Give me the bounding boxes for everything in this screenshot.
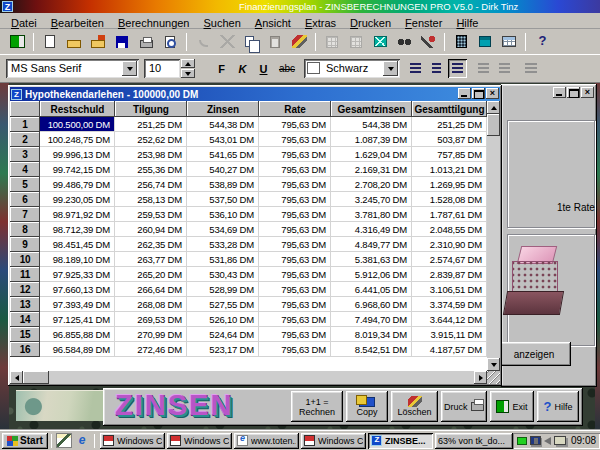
undo-icon[interactable] bbox=[192, 32, 214, 52]
find-icon[interactable] bbox=[393, 32, 415, 52]
cell-restschuld[interactable]: 97.125,41 DM bbox=[40, 312, 115, 327]
cell-tilgung[interactable]: 262,35 DM bbox=[115, 237, 187, 252]
column-header[interactable]: Rate bbox=[259, 101, 331, 117]
cell-rate[interactable]: 795,63 DM bbox=[259, 222, 331, 237]
cell-tilgung[interactable]: 265,20 DM bbox=[115, 267, 187, 282]
cell-zinsen[interactable]: 543,01 DM bbox=[187, 132, 259, 147]
cell-gesamtzinsen[interactable]: 1.087,39 DM bbox=[331, 132, 412, 147]
cell-gesamttilgung[interactable]: 3.374,59 DM bbox=[412, 297, 487, 312]
spin-up-button[interactable] bbox=[181, 59, 195, 68]
cell-gesamtzinsen[interactable]: 2.169,31 DM bbox=[331, 162, 412, 177]
cell-gesamttilgung[interactable]: 251,25 DM bbox=[412, 117, 487, 132]
cell-zinsen[interactable]: 534,69 DM bbox=[187, 222, 259, 237]
cell-rate[interactable]: 795,63 DM bbox=[259, 237, 331, 252]
scroll-left-button[interactable] bbox=[10, 371, 23, 384]
calc-icon[interactable] bbox=[450, 32, 472, 52]
cell-restschuld[interactable]: 100.500,00 DM bbox=[40, 117, 115, 132]
cell-restschuld[interactable]: 96.584,89 DM bbox=[40, 342, 115, 357]
horizontal-scrollbar[interactable] bbox=[10, 371, 487, 384]
bold-button[interactable]: F bbox=[212, 59, 231, 78]
row-number[interactable]: 13 bbox=[10, 297, 40, 312]
cell-rate[interactable]: 795,63 DM bbox=[259, 147, 331, 162]
row-number[interactable]: 11 bbox=[10, 267, 40, 282]
cell-gesamtzinsen[interactable]: 4.849,77 DM bbox=[331, 237, 412, 252]
cell-rate[interactable]: 795,63 DM bbox=[259, 342, 331, 357]
grid2-icon[interactable] bbox=[345, 32, 367, 52]
cell-restschuld[interactable]: 98.189,10 DM bbox=[40, 252, 115, 267]
loeschen-button[interactable]: Löschen bbox=[391, 391, 438, 422]
cell-rate[interactable]: 795,63 DM bbox=[259, 327, 331, 342]
font-combo-arrow[interactable] bbox=[122, 61, 137, 76]
table-icon[interactable] bbox=[498, 32, 520, 52]
cell-gesamtzinsen[interactable]: 3.245,70 DM bbox=[331, 192, 412, 207]
cell-gesamttilgung[interactable]: 3.106,51 DM bbox=[412, 282, 487, 297]
cell-tilgung[interactable]: 260,94 DM bbox=[115, 222, 187, 237]
column-header[interactable]: Tilgung bbox=[115, 101, 187, 117]
cell-gesamttilgung[interactable]: 3.644,12 DM bbox=[412, 312, 487, 327]
table-row[interactable]: 2 100.248,75 DM 252,62 DM 543,01 DM 795,… bbox=[10, 132, 487, 147]
spin-down-button[interactable] bbox=[181, 69, 195, 78]
table-row[interactable]: 4 99.742,15 DM 255,36 DM 540,27 DM 795,6… bbox=[10, 162, 487, 177]
row-number[interactable]: 9 bbox=[10, 237, 40, 252]
cell-gesamtzinsen[interactable]: 3.781,80 DM bbox=[331, 207, 412, 222]
table-row[interactable]: 9 98.451,45 DM 262,35 DM 533,28 DM 795,6… bbox=[10, 237, 487, 252]
vertical-scroll-thumb[interactable] bbox=[487, 114, 500, 136]
cell-tilgung[interactable]: 253,98 DM bbox=[115, 147, 187, 162]
cell-zinsen[interactable]: 523,17 DM bbox=[187, 342, 259, 357]
tools-icon[interactable] bbox=[417, 32, 439, 52]
cell-gesamtzinsen[interactable]: 1.629,04 DM bbox=[331, 147, 412, 162]
cell-restschuld[interactable]: 96.855,88 DM bbox=[40, 327, 115, 342]
cell-gesamttilgung[interactable]: 2.048,55 DM bbox=[412, 222, 487, 237]
network-icon[interactable] bbox=[554, 436, 566, 445]
cell-zinsen[interactable]: 538,89 DM bbox=[187, 177, 259, 192]
menu-item[interactable]: Extras bbox=[298, 16, 343, 29]
quick-launch-notes-icon[interactable] bbox=[56, 433, 72, 448]
cell-rate[interactable]: 795,63 DM bbox=[259, 132, 331, 147]
horizontal-scroll-thumb[interactable] bbox=[23, 371, 49, 384]
copy-button[interactable]: Copy bbox=[346, 391, 388, 422]
cell-rate[interactable]: 795,63 DM bbox=[259, 192, 331, 207]
cell-zinsen[interactable]: 537,50 DM bbox=[187, 192, 259, 207]
table-row[interactable]: 8 98.712,39 DM 260,94 DM 534,69 DM 795,6… bbox=[10, 222, 487, 237]
table-row[interactable]: 7 98.971,92 DM 259,53 DM 536,10 DM 795,6… bbox=[10, 207, 487, 222]
mail-icon[interactable] bbox=[369, 32, 391, 52]
indent-increase-button[interactable] bbox=[495, 59, 514, 78]
cell-gesamtzinsen[interactable]: 4.316,49 DM bbox=[331, 222, 412, 237]
print-icon[interactable] bbox=[135, 32, 157, 52]
quick-launch-ie-icon[interactable]: e bbox=[74, 433, 90, 448]
row-number[interactable]: 1 bbox=[10, 117, 40, 132]
row-number[interactable]: 6 bbox=[10, 192, 40, 207]
cell-tilgung[interactable]: 268,08 DM bbox=[115, 297, 187, 312]
column-header[interactable]: Restschuld bbox=[40, 101, 115, 117]
cell-zinsen[interactable]: 540,27 DM bbox=[187, 162, 259, 177]
cell-tilgung[interactable]: 272,46 DM bbox=[115, 342, 187, 357]
cell-tilgung[interactable]: 263,77 DM bbox=[115, 252, 187, 267]
menu-item[interactable]: Fenster bbox=[398, 16, 449, 29]
cell-gesamttilgung[interactable]: 1.269,95 DM bbox=[412, 177, 487, 192]
cell-gesamttilgung[interactable]: 1.787,61 DM bbox=[412, 207, 487, 222]
cell-zinsen[interactable]: 526,10 DM bbox=[187, 312, 259, 327]
speaker-icon[interactable] bbox=[544, 437, 551, 445]
cell-gesamtzinsen[interactable]: 544,38 DM bbox=[331, 117, 412, 132]
cell-gesamtzinsen[interactable]: 8.019,34 DM bbox=[331, 327, 412, 342]
strikethrough-button[interactable]: abc bbox=[275, 59, 299, 78]
indent-decrease-button[interactable] bbox=[474, 59, 493, 78]
paste-icon[interactable] bbox=[264, 32, 286, 52]
cell-zinsen[interactable]: 524,64 DM bbox=[187, 327, 259, 342]
cell-tilgung[interactable]: 259,53 DM bbox=[115, 207, 187, 222]
row-number[interactable]: 3 bbox=[10, 147, 40, 162]
table-row[interactable]: 1 100.500,00 DM 251,25 DM 544,38 DM 795,… bbox=[10, 117, 487, 132]
cell-zinsen[interactable]: 536,10 DM bbox=[187, 207, 259, 222]
font-combo[interactable]: MS Sans Serif bbox=[6, 59, 139, 78]
taskbar-task[interactable]: 63% von tk_do... bbox=[435, 433, 513, 449]
column-header[interactable]: Gesamttilgung bbox=[412, 101, 487, 117]
row-number[interactable]: 2 bbox=[10, 132, 40, 147]
save-icon[interactable] bbox=[111, 32, 133, 52]
cell-rate[interactable]: 795,63 DM bbox=[259, 117, 331, 132]
table-row[interactable]: 15 96.855,88 DM 270,99 DM 524,64 DM 795,… bbox=[10, 327, 487, 342]
vertical-scrollbar[interactable] bbox=[487, 101, 500, 371]
row-number[interactable]: 5 bbox=[10, 177, 40, 192]
cut-icon[interactable] bbox=[216, 32, 238, 52]
maximize-button[interactable] bbox=[472, 88, 485, 99]
cell-rate[interactable]: 795,63 DM bbox=[259, 252, 331, 267]
